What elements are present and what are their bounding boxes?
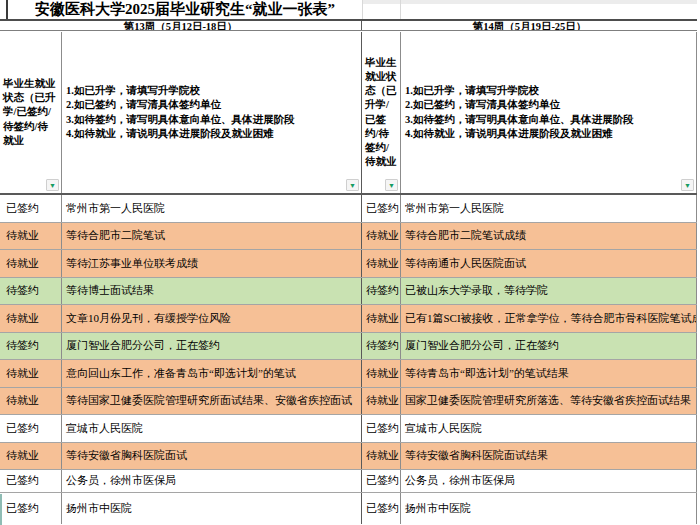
gridline-stub: [362, 0, 363, 19]
table-body: 已签约常州市第一人民医院已签约常州市第一人民医院待就业等待合肥市二院笔试待就业等…: [0, 195, 697, 524]
instructions-header-right[interactable]: 1.如已升学，请填写升学院校 2.如已签约，请写清具体签约单位 3.如待签约，请…: [401, 32, 697, 193]
table-row: 待就业等待合肥市二院笔试待就业等待合肥市二院笔试成绩: [0, 223, 697, 251]
left-detail-cell[interactable]: 公务员，徐州市医保局: [62, 470, 362, 492]
left-status-cell[interactable]: 待签约: [0, 333, 62, 360]
column-header-row: 毕业生就业状态（已升学/已签约/待签约/待就业 ▼ 1.如已升学，请填写升学院校…: [0, 32, 697, 195]
right-status-cell[interactable]: 已签约: [362, 415, 401, 442]
instruction-line: 2.如已签约，请写清具体签约单位: [405, 98, 633, 112]
table-row: 已签约常州市第一人民医院已签约常州市第一人民医院: [0, 195, 697, 223]
right-status-cell[interactable]: 待就业: [362, 443, 401, 470]
right-detail-cell[interactable]: 等待安徽省胸科医院面试结果: [401, 443, 697, 470]
table-row: 待就业文章10月份见刊，有缓授学位风险待就业已有1篇SCI被接收，正常拿学位，等…: [0, 305, 697, 333]
week-header-right[interactable]: 第14周（5月19日-25日）: [362, 21, 697, 30]
page-break-line: [0, 494, 2, 525]
table-row: 待就业等待国家卫健委医院管理研究所面试结果、安徽省疾控面试待就业国家卫健委医院管…: [0, 388, 697, 416]
instruction-line: 3.如待签约，请写明具体意向单位、具体进展阶段: [66, 113, 294, 127]
right-status-cell[interactable]: 待就业: [362, 360, 401, 387]
instruction-line: 2.如已签约，请写清具体签约单位: [66, 98, 294, 112]
table-row: 待就业等待安徽省胸科医院面试待就业等待安徽省胸科医院面试结果: [0, 443, 697, 471]
left-status-cell[interactable]: 待就业: [0, 223, 62, 250]
instruction-line: 1.如已升学，请填写升学院校: [405, 84, 633, 98]
right-detail-cell[interactable]: 公务员，徐州市医保局: [401, 470, 697, 492]
table-row: 待签约厦门智业合肥分公司，正在签约待签约厦门智业合肥分公司，正在签约: [0, 333, 697, 361]
left-status-cell[interactable]: 待就业: [0, 360, 62, 387]
table-row: 待就业意向回山东工作，准备青岛市“即选计划”的笔试待就业等待青岛市“即选计划”的…: [0, 360, 697, 388]
left-detail-cell[interactable]: 宣城市人民医院: [62, 415, 362, 442]
table-row: 待签约等待博士面试结果待签约已被山东大学录取，等待学院: [0, 278, 697, 306]
status-header-label: 毕业生就业状态（已升学/已签约/待签约/待就业: [3, 77, 58, 148]
right-status-cell[interactable]: 待就业: [362, 250, 401, 277]
right-status-cell[interactable]: 已签约: [362, 493, 401, 525]
right-status-cell[interactable]: 待签约: [362, 333, 401, 360]
gridline-stub: [400, 0, 401, 19]
right-detail-cell[interactable]: 扬州市中医院: [401, 493, 697, 525]
right-detail-cell[interactable]: 等待南通市人民医院面试: [401, 250, 697, 277]
instructions-text: 1.如已升学，请填写升学院校 2.如已签约，请写清具体签约单位 3.如待签约，请…: [66, 84, 294, 141]
right-detail-cell[interactable]: 厦门智业合肥分公司，正在签约: [401, 333, 697, 360]
left-detail-cell[interactable]: 等待江苏事业单位联考成绩: [62, 250, 362, 277]
left-status-cell[interactable]: 已签约: [0, 493, 62, 525]
right-status-cell[interactable]: 待就业: [362, 223, 401, 250]
left-status-cell[interactable]: 已签约: [0, 195, 62, 222]
right-detail-cell[interactable]: 常州市第一人民医院: [401, 195, 697, 222]
status-header-label: 毕业生就业状态（已升学/已签约/待签约/待就业: [365, 56, 397, 169]
week-header-left[interactable]: 第13周（5月12日-18日）: [0, 21, 362, 30]
left-detail-cell[interactable]: 厦门智业合肥分公司，正在签约: [62, 333, 362, 360]
instruction-line: 1.如已升学，请填写升学院校: [66, 84, 294, 98]
right-detail-cell[interactable]: 已被山东大学录取，等待学院: [401, 278, 697, 305]
right-detail-cell[interactable]: 宣城市人民医院: [401, 415, 697, 442]
filter-dropdown-icon[interactable]: ▼: [46, 179, 59, 191]
left-status-cell[interactable]: 待就业: [0, 305, 62, 332]
left-detail-cell[interactable]: 常州市第一人民医院: [62, 195, 362, 222]
right-detail-cell[interactable]: 国家卫健委医院管理研究所落选、等待安徽省疾控面试结果: [401, 388, 697, 415]
table-row: 已签约公务员，徐州市医保局已签约公务员，徐州市医保局: [0, 470, 697, 493]
right-detail-cell[interactable]: 已有1篇SCI被接收，正常拿学位，等待合肥市骨科医院笔试成绩: [401, 305, 697, 332]
left-status-cell[interactable]: 待就业: [0, 388, 62, 415]
right-detail-cell[interactable]: 等待青岛市“即选计划”的笔试结果: [401, 360, 697, 387]
left-status-cell[interactable]: 待就业: [0, 443, 62, 470]
left-detail-cell[interactable]: 意向回山东工作，准备青岛市“即选计划”的笔试: [62, 360, 362, 387]
status-header-left[interactable]: 毕业生就业状态（已升学/已签约/待签约/待就业 ▼: [0, 32, 62, 193]
left-status-cell[interactable]: 已签约: [0, 470, 62, 492]
table-row: 已签约扬州市中医院已签约扬州市中医院: [0, 493, 697, 525]
status-header-right[interactable]: 毕业生就业状态（已升学/已签约/待签约/待就业 ▼: [362, 32, 401, 193]
table-row: 已签约宣城市人民医院已签约宣城市人民医院: [0, 415, 697, 443]
left-detail-cell[interactable]: 等待安徽省胸科医院面试: [62, 443, 362, 470]
left-status-cell[interactable]: 待签约: [0, 278, 62, 305]
left-detail-cell[interactable]: 扬州市中医院: [62, 493, 362, 525]
spreadsheet: 安徽医科大学2025届毕业研究生“就业一张表” 第13周（5月12日-18日） …: [0, 0, 700, 525]
instruction-line: 4.如待就业，请说明具体进展阶段及就业困难: [405, 127, 633, 141]
instructions-text: 1.如已升学，请填写升学院校 2.如已签约，请写清具体签约单位 3.如待签约，请…: [405, 84, 633, 141]
left-status-cell[interactable]: 待就业: [0, 250, 62, 277]
right-status-cell[interactable]: 待就业: [362, 388, 401, 415]
left-detail-cell[interactable]: 等待合肥市二院笔试: [62, 223, 362, 250]
filter-dropdown-icon[interactable]: ▼: [346, 179, 359, 191]
table-row: 待就业等待江苏事业单位联考成绩待就业等待南通市人民医院面试: [0, 250, 697, 278]
left-detail-cell[interactable]: 等待国家卫健委医院管理研究所面试结果、安徽省疾控面试: [62, 388, 362, 415]
filter-dropdown-icon[interactable]: ▼: [681, 179, 694, 191]
filter-dropdown-icon[interactable]: ▼: [385, 179, 398, 191]
right-status-cell[interactable]: 已签约: [362, 470, 401, 492]
right-status-cell[interactable]: 已签约: [362, 195, 401, 222]
sheet-title: 安徽医科大学2025届毕业研究生“就业一张表”: [6, 0, 362, 19]
right-status-cell[interactable]: 待签约: [362, 278, 401, 305]
instructions-header-left[interactable]: 1.如已升学，请填写升学院校 2.如已签约，请写清具体签约单位 3.如待签约，请…: [62, 32, 362, 193]
left-detail-cell[interactable]: 等待博士面试结果: [62, 278, 362, 305]
right-status-cell[interactable]: 待就业: [362, 305, 401, 332]
right-detail-cell[interactable]: 等待合肥市二院笔试成绩: [401, 223, 697, 250]
top-partial-row: [362, 0, 697, 4]
week-header-row: 第13周（5月12日-18日） 第14周（5月19日-25日）: [0, 19, 697, 31]
left-detail-cell[interactable]: 文章10月份见刊，有缓授学位风险: [62, 305, 362, 332]
instruction-line: 3.如待签约，请写明具体意向单位、具体进展阶段: [405, 113, 633, 127]
left-status-cell[interactable]: 已签约: [0, 415, 62, 442]
instruction-line: 4.如待就业，请说明具体进展阶段及就业困难: [66, 127, 294, 141]
